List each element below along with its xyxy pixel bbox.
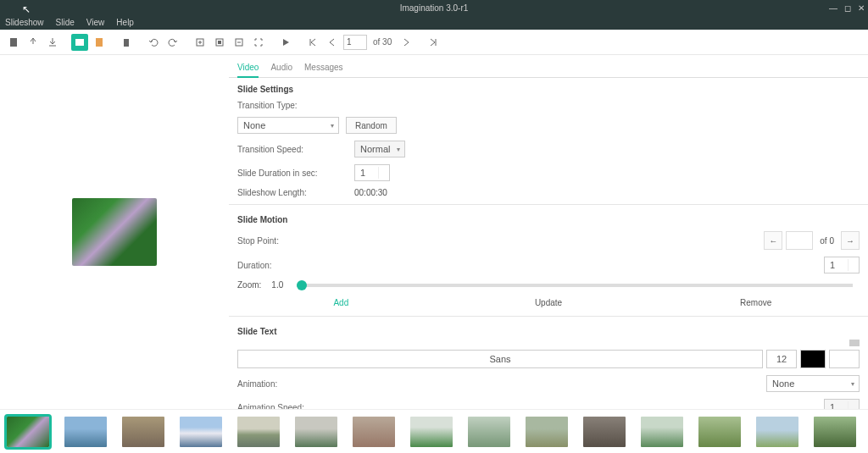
animation-speed-label: Animation Speed: <box>237 403 348 410</box>
panel-tabs: Video Audio Messages <box>229 55 868 78</box>
svg-rect-2 <box>96 38 103 47</box>
motion-duration-label: Duration: <box>237 261 348 270</box>
thumbnail[interactable] <box>353 417 395 447</box>
minimize-button[interactable]: — <box>829 3 837 13</box>
thumbnail[interactable] <box>756 417 798 447</box>
thumbnail[interactable] <box>180 417 222 447</box>
svg-rect-1 <box>75 39 84 46</box>
close-button[interactable]: ✕ <box>858 3 865 13</box>
animation-speed-input[interactable]: 1 <box>824 399 860 409</box>
stop-point-next-icon[interactable]: → <box>841 231 860 250</box>
thumbnail[interactable] <box>237 417 280 447</box>
thumbnail[interactable] <box>122 417 164 447</box>
document-icon[interactable] <box>91 34 108 51</box>
animation-label: Animation: <box>237 379 348 389</box>
menu-view[interactable]: View <box>86 18 105 27</box>
titlebar: Imagination 3.0-r1 — ◻ ✕ <box>0 0 868 15</box>
thumbnail[interactable] <box>64 417 107 447</box>
zoom-in-icon[interactable] <box>192 34 209 51</box>
thumbnail[interactable] <box>7 417 49 447</box>
transition-speed-label: Transition Speed: <box>237 145 348 154</box>
zoom-value: 1.0 <box>271 280 283 290</box>
slide-motion-header: Slide Motion <box>229 208 868 228</box>
new-icon[interactable] <box>5 34 22 51</box>
add-button[interactable]: Add <box>237 298 445 307</box>
preview-image <box>72 198 157 266</box>
stop-point-prev-icon[interactable]: ← <box>764 231 782 250</box>
remove-button[interactable]: Remove <box>652 298 860 307</box>
transition-speed-select[interactable]: Normal <box>354 141 405 157</box>
thumbnail[interactable] <box>641 417 683 447</box>
undo-icon[interactable] <box>145 34 162 51</box>
slide-settings-header: Slide Settings <box>229 78 868 97</box>
page-total: of 30 <box>373 37 392 47</box>
update-button[interactable]: Update <box>445 298 653 307</box>
thumbnail[interactable] <box>410 417 453 447</box>
random-button[interactable]: Random <box>346 117 397 134</box>
thumbnail[interactable] <box>295 417 337 447</box>
stop-point-of: of 0 <box>820 236 834 246</box>
zoom-label: Zoom: <box>237 280 261 290</box>
tab-video[interactable]: Video <box>237 60 259 78</box>
image-icon[interactable] <box>71 34 88 51</box>
thumbnail[interactable] <box>526 417 568 447</box>
svg-rect-3 <box>124 39 129 47</box>
bg-color-button[interactable] <box>829 350 860 368</box>
preview-area <box>0 55 229 409</box>
last-icon[interactable] <box>425 34 442 51</box>
delete-icon[interactable] <box>118 34 135 51</box>
fullscreen-icon[interactable] <box>250 34 267 51</box>
motion-duration-input[interactable]: 1 <box>824 257 860 273</box>
toolbar: of 30 <box>0 30 868 55</box>
slideshow-length-label: Slideshow Length: <box>237 188 348 197</box>
slideshow-length-value: 00:00:30 <box>354 188 387 197</box>
animation-select[interactable]: None <box>766 375 860 392</box>
zoom-fit-icon[interactable] <box>211 34 228 51</box>
thumbnail[interactable] <box>814 417 856 447</box>
maximize-button[interactable]: ◻ <box>844 3 851 13</box>
slide-duration-label: Slide Duration in sec: <box>237 168 348 178</box>
open-icon[interactable] <box>25 34 42 51</box>
menu-slide[interactable]: Slide <box>56 18 75 27</box>
next-icon[interactable] <box>398 34 415 51</box>
text-color-button[interactable] <box>800 350 826 368</box>
text-scrollbar[interactable] <box>849 340 860 346</box>
first-icon[interactable] <box>304 34 321 51</box>
svg-rect-0 <box>10 38 17 47</box>
save-icon[interactable] <box>44 34 61 51</box>
redo-icon[interactable] <box>164 34 181 51</box>
svg-rect-6 <box>218 41 221 44</box>
thumbnail-strip <box>0 409 868 453</box>
tab-audio[interactable]: Audio <box>270 60 292 77</box>
menu-slideshow[interactable]: Slideshow <box>5 18 44 27</box>
transition-type-label: Transition Type: <box>237 101 348 110</box>
font-size-input[interactable]: 12 <box>766 350 797 368</box>
menu-help[interactable]: Help <box>116 18 134 27</box>
menubar: Slideshow Slide View Help <box>0 15 868 30</box>
page-input[interactable] <box>343 35 367 50</box>
thumbnail[interactable] <box>468 417 510 447</box>
zoom-slider[interactable] <box>297 284 853 287</box>
zoom-out-icon[interactable] <box>231 34 248 51</box>
window-title: Imagination 3.0-r1 <box>400 3 469 13</box>
prev-icon[interactable] <box>324 34 341 51</box>
play-icon[interactable] <box>277 34 294 51</box>
slide-duration-input[interactable]: 1 <box>354 164 390 181</box>
font-select[interactable]: Sans <box>237 350 763 368</box>
tab-messages[interactable]: Messages <box>304 60 343 77</box>
transition-type-select[interactable]: None <box>237 117 339 134</box>
stop-point-value <box>786 231 813 250</box>
thumbnail[interactable] <box>583 417 626 447</box>
stop-point-label: Stop Point: <box>237 236 348 246</box>
thumbnail[interactable] <box>698 417 741 447</box>
slide-text-header: Slide Text <box>229 320 868 340</box>
